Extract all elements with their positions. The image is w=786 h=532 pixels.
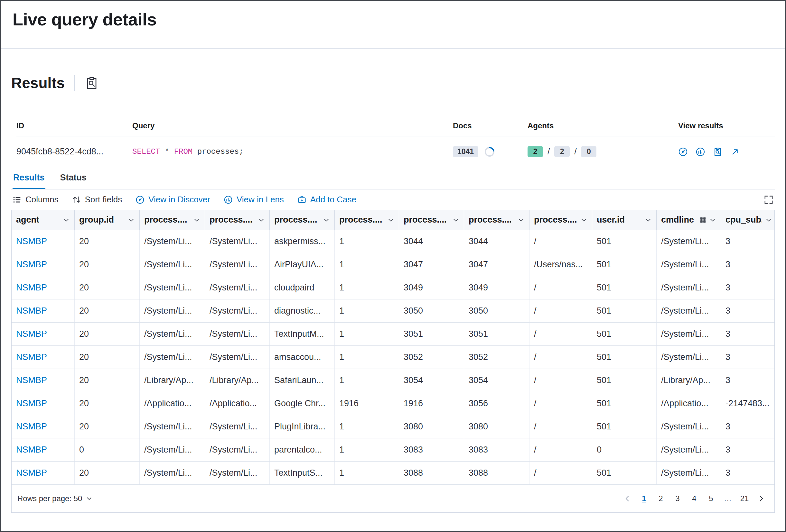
columns-button[interactable]: Columns: [13, 195, 59, 204]
table-cell: 3: [721, 322, 775, 345]
table-cell: /System/Li...: [205, 322, 270, 345]
column-header-process[interactable]: process....: [464, 210, 530, 229]
pagination-next-button[interactable]: [754, 491, 769, 506]
column-header-user-id[interactable]: user.id: [592, 210, 656, 229]
table-cell: 3049: [399, 276, 464, 299]
case-icon: [297, 195, 306, 204]
column-header-process[interactable]: process....: [530, 210, 592, 229]
agent-link[interactable]: NSMBP: [11, 415, 75, 438]
chevron-down-icon: [128, 216, 135, 223]
table-cell: 3083: [399, 438, 464, 461]
table-cell: 501: [592, 322, 656, 345]
query-token: SELECT: [132, 147, 160, 156]
pagination-page-5[interactable]: 5: [703, 491, 718, 506]
pagination-page-2[interactable]: 2: [653, 491, 668, 506]
table-cell: 3088: [464, 462, 530, 484]
inspect-icon: [85, 76, 99, 90]
table-cell: 3047: [464, 253, 530, 276]
column-header-label: process....: [469, 215, 512, 225]
fullscreen-button[interactable]: [764, 195, 773, 204]
column-header-process[interactable]: process....: [399, 210, 464, 229]
column-header-process[interactable]: process....: [140, 210, 205, 229]
columns-label: Columns: [25, 195, 59, 204]
fullscreen-icon: [764, 195, 773, 204]
agent-link[interactable]: NSMBP: [11, 299, 75, 322]
sort-fields-button[interactable]: Sort fields: [72, 195, 122, 204]
table-cell: 20: [75, 346, 140, 369]
table-cell: /System/Li...: [205, 299, 270, 322]
table-cell: /System/Li...: [656, 230, 721, 253]
agent-link[interactable]: NSMBP: [11, 230, 75, 253]
sort-arrows-icon: [72, 195, 81, 204]
discover-compass-icon: [136, 195, 144, 204]
table-cell: /Library/Ap...: [140, 369, 205, 392]
table-cell: 3051: [464, 322, 530, 345]
column-header-group-id[interactable]: group.id: [75, 210, 140, 229]
table-cell: 1: [335, 346, 399, 369]
table-cell: 20: [75, 276, 140, 299]
inspect-results-button[interactable]: [713, 147, 723, 156]
table-row: NSMBP20/System/Li.../System/Li...PlugInL…: [11, 415, 775, 438]
table-cell: 1: [335, 299, 399, 322]
add-to-case-link[interactable]: Add to Case: [297, 195, 356, 204]
view-in-lens-link[interactable]: View in Lens: [224, 195, 284, 204]
table-cell: /System/Li...: [140, 253, 205, 276]
table-cell: /System/Li...: [656, 322, 721, 345]
open-results-button[interactable]: [730, 147, 740, 156]
column-header-process[interactable]: process....: [205, 210, 270, 229]
table-row: NSMBP20/System/Li.../System/Li...amsacco…: [11, 346, 775, 369]
view-in-discover-link[interactable]: View in Discover: [136, 195, 210, 204]
view-in-lens-button[interactable]: [696, 147, 705, 156]
pagination-page-1[interactable]: 1: [637, 491, 651, 506]
column-header-label: user.id: [597, 215, 625, 225]
pagination-page-3[interactable]: 3: [670, 491, 685, 506]
table-cell: /System/Li...: [656, 276, 721, 299]
agent-link[interactable]: NSMBP: [11, 438, 75, 461]
pagination-previous-button[interactable]: [620, 491, 635, 506]
agent-link[interactable]: NSMBP: [11, 346, 75, 369]
agents-separator: /: [548, 147, 550, 156]
view-in-discover-button[interactable]: [678, 147, 688, 156]
agent-link[interactable]: NSMBP: [11, 322, 75, 345]
table-cell: /: [530, 415, 592, 438]
table-cell: 3088: [399, 462, 464, 484]
inspect-button[interactable]: [85, 76, 99, 90]
table-row: NSMBP20/System/Li.../System/Li...TextInp…: [11, 322, 775, 346]
chevron-right-icon: [757, 494, 765, 503]
column-header-label: process....: [210, 215, 253, 225]
tab-status[interactable]: Status: [60, 169, 88, 189]
table-cell: PlugInLibra...: [270, 415, 335, 438]
pagination-page-4[interactable]: 4: [687, 491, 702, 506]
table-cell: 3: [721, 276, 775, 299]
table-cell: 3054: [464, 369, 530, 392]
tab-results[interactable]: Results: [13, 169, 45, 189]
chevron-down-icon: [258, 216, 265, 223]
column-header-agent[interactable]: agent: [11, 210, 75, 229]
table-cell: 3: [721, 369, 775, 392]
table-cell: /System/Li...: [140, 462, 205, 484]
column-header-process[interactable]: process....: [335, 210, 399, 229]
agent-link[interactable]: NSMBP: [11, 392, 75, 415]
rows-per-page-button[interactable]: Rows per page: 50: [17, 494, 92, 503]
agent-link[interactable]: NSMBP: [11, 369, 75, 392]
table-cell: 3044: [399, 230, 464, 253]
table-cell: 3044: [464, 230, 530, 253]
agent-link[interactable]: NSMBP: [11, 276, 75, 299]
table-cell: 3052: [399, 346, 464, 369]
agent-link[interactable]: NSMBP: [11, 462, 75, 484]
column-header-cmdline[interactable]: cmdline: [656, 210, 721, 229]
agent-link[interactable]: NSMBP: [11, 253, 75, 276]
column-header-process[interactable]: process....: [270, 210, 335, 229]
column-header-label: process....: [534, 215, 577, 225]
pagination-ellipsis: …: [720, 491, 735, 506]
table-cell: 1: [335, 230, 399, 253]
table-row: NSMBP20/System/Li.../System/Li...askperm…: [11, 230, 775, 253]
query-summary-table: ID Query Docs Agents View results 9045fc…: [11, 121, 775, 169]
table-cell: 1: [335, 462, 399, 484]
pagination-page-21[interactable]: 21: [737, 491, 752, 506]
table-cell: 1: [335, 415, 399, 438]
agents-cell: 2 / 2 / 0: [528, 146, 678, 157]
table-cell: cloudpaird: [270, 276, 335, 299]
column-header-cpu-sub[interactable]: cpu_sub...: [721, 210, 775, 229]
table-cell: 3: [721, 253, 775, 276]
